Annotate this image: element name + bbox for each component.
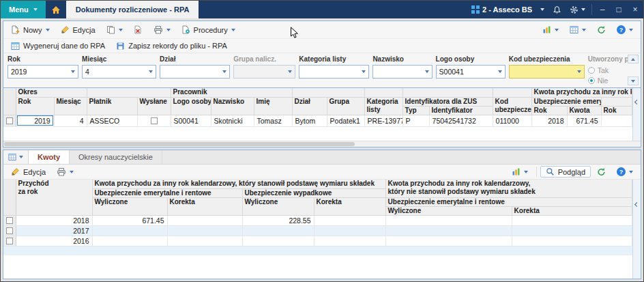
row-checkbox[interactable] xyxy=(6,238,13,244)
detail-view-dropdown[interactable] xyxy=(3,150,29,164)
column-header-typ[interactable]: Typ xyxy=(402,106,429,115)
detail-chart-button[interactable] xyxy=(507,166,533,178)
table-row[interactable]: 2017 xyxy=(3,225,632,236)
cell-emerytalne-wyliczone[interactable] xyxy=(92,236,167,246)
cell-nie-stanowil-korekta[interactable] xyxy=(512,236,632,246)
cell-dzial[interactable]: Bytom xyxy=(292,115,327,126)
row-checkbox[interactable] xyxy=(6,217,13,224)
cell-rok[interactable]: 2016 xyxy=(16,236,92,246)
copy-button[interactable] xyxy=(102,24,128,36)
generate-rpa-button[interactable]: Wygeneruj dane do RPA xyxy=(6,40,110,52)
column-header-grupa[interactable]: Grupa xyxy=(327,97,364,115)
cell-emerytalne-korekta[interactable] xyxy=(167,215,242,225)
cell-emerytalne-wyliczone[interactable] xyxy=(92,225,167,236)
preview-button[interactable]: Podgląd xyxy=(540,166,591,178)
select-all-cell[interactable] xyxy=(3,88,16,115)
column-header-wyliczone[interactable]: Wyliczone xyxy=(92,197,167,215)
filter-dzial-select[interactable] xyxy=(160,65,230,79)
chart-button[interactable] xyxy=(538,24,564,36)
filter-logo-osoby-select[interactable]: S00041 xyxy=(436,65,506,79)
filter-kategoria-listy-select[interactable] xyxy=(299,65,369,79)
home-button[interactable] xyxy=(46,1,66,18)
help-button[interactable]: ? xyxy=(612,24,638,36)
maximize-button[interactable]: □ xyxy=(611,1,627,18)
column-header-miesiac[interactable]: Miesiąc xyxy=(54,97,87,115)
column-header-korekta[interactable]: Korekta xyxy=(512,206,632,215)
delete-button[interactable] xyxy=(129,24,147,36)
cell-emerytalne-wyliczone[interactable]: 671.45 xyxy=(92,215,167,225)
cell-emerytalne-korekta[interactable] xyxy=(167,225,242,236)
column-header-przychod-za-rok[interactable]: Przychód za rok xyxy=(16,180,92,215)
select-all-cell[interactable] xyxy=(3,180,16,215)
save-rpa-button[interactable]: Zapisz rekordy do pliku - RPA xyxy=(111,40,232,52)
column-header-identyfikator[interactable]: Identyfikator xyxy=(429,106,493,115)
cell-rok[interactable]: 2019 xyxy=(16,115,54,126)
settings-button[interactable] xyxy=(566,1,589,18)
column-header-wyliczone[interactable]: Wyliczone xyxy=(385,206,512,215)
detail-help-button[interactable]: ? xyxy=(612,166,638,178)
cell-rok3[interactable] xyxy=(601,115,632,126)
cell-wypadkowe-wyliczone[interactable] xyxy=(242,236,314,246)
cell-kategoria-listy[interactable]: PRE-13977( xyxy=(364,115,402,126)
column-header-rok[interactable]: Rok xyxy=(16,97,54,115)
column-header-kod-ubezpieczen[interactable]: Kod ubezpieczen xyxy=(493,97,531,115)
filter-kod-ubezpieczenia-select[interactable] xyxy=(509,65,585,79)
column-header-wyliczone[interactable]: Wyliczone xyxy=(242,197,314,215)
column-header-kategoria-listy[interactable]: Kategoria listy xyxy=(364,97,402,115)
tab-kwoty[interactable]: Kwoty xyxy=(29,150,70,164)
cell-identyfikator[interactable]: 75042541732 xyxy=(429,115,493,126)
filter-nazwisko-select[interactable] xyxy=(372,65,432,79)
cell-emerytalne-korekta[interactable] xyxy=(167,236,242,246)
cell-wypadkowe-korekta[interactable] xyxy=(314,236,385,246)
table-row[interactable]: 2016 xyxy=(3,236,632,246)
cell-nie-stanowil-wyliczone[interactable] xyxy=(385,236,512,246)
refresh-button[interactable] xyxy=(592,24,611,36)
filter-rok-select[interactable]: 2019 xyxy=(8,65,78,79)
cell-rok2[interactable]: 2018 xyxy=(531,115,567,126)
wyslane-checkbox[interactable] xyxy=(151,117,158,124)
collapse-side-panel-button[interactable] xyxy=(632,88,641,141)
row-select-cell[interactable] xyxy=(3,115,16,126)
column-header-imie[interactable]: Imię xyxy=(254,97,292,115)
column-header-kwota[interactable]: Kwota xyxy=(567,106,601,115)
table-row[interactable]: 2019 4 ASSECO S00041 Skotnicki Tomasz By… xyxy=(3,115,632,126)
cell-platnik[interactable]: ASSECO xyxy=(87,115,137,126)
cell-nie-stanowil-wyliczone[interactable] xyxy=(385,215,512,225)
row-checkbox[interactable] xyxy=(6,117,13,124)
column-header-korekta[interactable]: Korekta xyxy=(314,197,385,215)
minimize-button[interactable]: – xyxy=(594,1,611,18)
collapse-side-panel-button[interactable] xyxy=(632,180,641,279)
cell-wypadkowe-wyliczone[interactable] xyxy=(242,225,314,236)
horizontal-scrollbar[interactable] xyxy=(3,141,641,147)
workspace-dropdown[interactable] xyxy=(536,1,548,18)
cell-wypadkowe-wyliczone[interactable]: 228.55 xyxy=(242,215,314,225)
row-select-cell[interactable] xyxy=(3,215,16,225)
cell-nazwisko[interactable]: Skotnicki xyxy=(211,115,254,126)
cell-logo-osoby[interactable]: S00041 xyxy=(171,115,211,126)
cell-rok[interactable]: 2017 xyxy=(16,225,92,236)
scrollbar-thumb[interactable] xyxy=(4,142,355,146)
column-header-korekta[interactable]: Korekta xyxy=(167,197,242,215)
row-select-cell[interactable] xyxy=(3,236,16,246)
cell-miesiac[interactable]: 4 xyxy=(54,115,87,126)
menu-button[interactable]: Menu xyxy=(1,1,46,18)
new-button[interactable]: Nowy xyxy=(6,24,55,36)
edit-button[interactable]: Edycja xyxy=(56,24,100,36)
row-checkbox[interactable] xyxy=(6,227,13,234)
radio-tak[interactable]: Tak xyxy=(588,66,636,74)
column-header-platnik[interactable]: Płatnik xyxy=(87,97,137,115)
cell-wypadkowe-korekta[interactable] xyxy=(314,225,385,236)
filter-miesiac-select[interactable]: 4 xyxy=(82,65,156,79)
cell-wypadkowe-korekta[interactable] xyxy=(314,215,385,225)
detail-print-button[interactable] xyxy=(52,166,78,178)
detail-refresh-button[interactable] xyxy=(592,166,611,178)
notifications-button[interactable] xyxy=(548,1,566,18)
column-header-wyslane[interactable]: Wysłane xyxy=(137,97,171,115)
close-button[interactable]: × xyxy=(627,1,643,18)
table-row[interactable]: 2018 671.45 228.55 xyxy=(3,215,632,225)
row-select-cell[interactable] xyxy=(3,225,16,236)
cell-nie-stanowil-korekta[interactable] xyxy=(512,225,632,236)
column-header-rok3[interactable]: Rok xyxy=(601,106,632,115)
cell-rok[interactable]: 2018 xyxy=(16,215,92,225)
cell-kod-ubezpieczen[interactable]: 011000 xyxy=(493,115,531,126)
